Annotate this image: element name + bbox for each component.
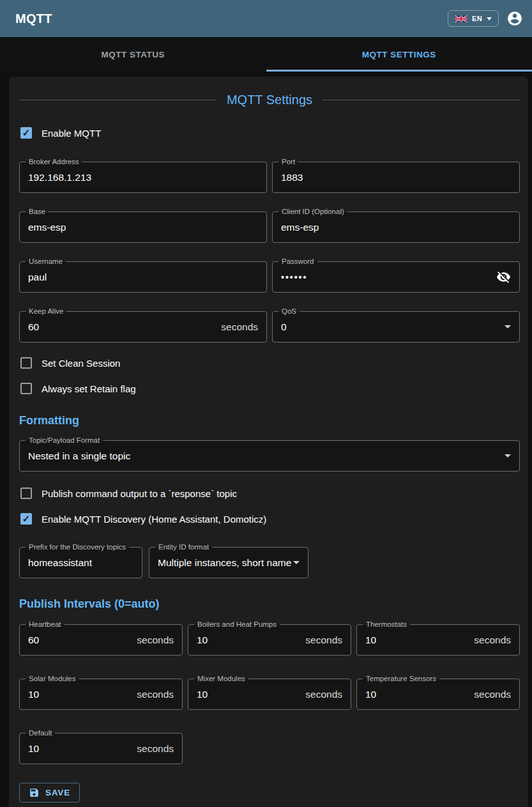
field-label: Base [26, 207, 49, 217]
field-value: 1883 [281, 172, 303, 183]
field-value: 10 [197, 634, 208, 646]
field-row: Keep Alive 60 seconds QoS 0 [19, 311, 520, 342]
entity-id-format-select[interactable]: Entity ID format Multiple instances, sho… [149, 547, 308, 578]
checkbox-enable-mqtt[interactable]: Enable MQTT [19, 125, 101, 141]
checkbox-label: Enable MQTT [42, 128, 101, 139]
uk-flag-icon [455, 15, 467, 22]
password-field[interactable]: Password •••••• [272, 261, 520, 293]
field-label: Solar Modules [26, 674, 79, 684]
field-suffix: seconds [137, 689, 174, 700]
field-value: ems-esp [28, 222, 66, 233]
thermostats-interval-field[interactable]: Thermostats 10 seconds [356, 624, 520, 656]
caret-down-icon [293, 561, 300, 564]
field-label: QoS [278, 307, 300, 316]
caret-down-icon [505, 454, 511, 457]
username-field[interactable]: Username paul [19, 261, 267, 293]
default-interval-field[interactable]: Default 10 seconds [19, 733, 183, 764]
field-value: ems-esp [281, 222, 319, 233]
interval-row: Solar Modules 10 seconds Mixer Modules 1… [19, 679, 520, 710]
divider [323, 100, 520, 100]
field-label: Boilers and Heat Pumps [194, 620, 280, 629]
checkbox-label: Enable MQTT Discovery (Home Assistant, D… [42, 514, 266, 525]
checkbox-label: Set Clean Session [42, 358, 120, 369]
heartbeat-interval-field[interactable]: Heartbeat 60 seconds [19, 624, 183, 656]
field-label: Client ID (Optional) [278, 207, 347, 217]
select-value: 0 [281, 321, 287, 333]
discovery-prefix-field[interactable]: Prefix for the Discovery topics homeassi… [19, 547, 142, 578]
checkbox-mqtt-discovery[interactable]: Enable MQTT Discovery (Home Assistant, D… [19, 511, 266, 526]
checkbox-clean-session[interactable]: Set Clean Session [19, 355, 120, 371]
field-label: Port [278, 157, 298, 167]
temperature-sensors-interval-field[interactable]: Temperature Sensors 10 seconds [356, 679, 520, 710]
tab-mqtt-status[interactable]: MQTT STATUS [0, 37, 266, 72]
tab-mqtt-settings[interactable]: MQTT SETTINGS [266, 37, 532, 72]
chevron-down-icon [487, 17, 492, 20]
checkbox-icon[interactable] [20, 383, 32, 394]
field-row: Base ems-esp Client ID (Optional) ems-es… [19, 211, 520, 243]
checkbox-icon[interactable] [20, 488, 32, 499]
field-row: Prefix for the Discovery topics homeassi… [19, 547, 520, 578]
field-label: Password [278, 257, 317, 266]
field-label: Prefix for the Discovery topics [26, 542, 129, 552]
password-masked-value: •••••• [281, 272, 307, 282]
field-value: paul [28, 272, 47, 283]
field-suffix: seconds [474, 689, 511, 700]
field-suffix: seconds [221, 321, 258, 333]
mixer-interval-field[interactable]: Mixer Modules 10 seconds [188, 679, 351, 710]
solar-interval-field[interactable]: Solar Modules 10 seconds [19, 679, 183, 710]
field-row: Broker Address 192.168.1.213 Port 1883 [19, 162, 520, 193]
select-value: Multiple instances, short name [158, 557, 291, 569]
language-selector[interactable]: EN [448, 10, 499, 27]
field-label: Keep Alive [26, 307, 66, 316]
caret-down-icon [505, 325, 511, 328]
field-label: Heartbeat [26, 620, 65, 629]
field-suffix: seconds [305, 634, 342, 646]
port-field[interactable]: Port 1883 [272, 162, 520, 193]
checkbox-icon[interactable] [20, 127, 32, 139]
interval-row: Default 10 seconds [19, 733, 520, 764]
section-heading-publish-intervals: Publish Intervals (0=auto) [19, 597, 520, 611]
checkbox-label: Publish command output to a `response` t… [42, 488, 237, 499]
field-value: 10 [197, 689, 208, 700]
section-heading-formatting: Formatting [19, 414, 520, 427]
base-field[interactable]: Base ems-esp [19, 211, 267, 243]
tab-bar: MQTT STATUS MQTT SETTINGS [0, 37, 532, 72]
topic-payload-format-select[interactable]: Topic/Payload Format Nested in a single … [19, 440, 520, 472]
field-value: 10 [28, 743, 39, 755]
field-label: Default [26, 728, 55, 738]
interval-row: Heartbeat 60 seconds Boilers and Heat Pu… [19, 624, 520, 656]
field-value: 192.168.1.213 [28, 172, 91, 183]
field-suffix: seconds [137, 743, 174, 755]
save-button[interactable]: SAVE [19, 783, 80, 803]
app-title: MQTT [15, 12, 52, 26]
visibility-off-icon[interactable] [496, 270, 511, 284]
page-title: MQTT Settings [227, 93, 312, 107]
checkbox-icon[interactable] [20, 357, 32, 369]
checkbox-icon[interactable] [20, 513, 32, 525]
account-circle-icon [506, 10, 523, 27]
account-button[interactable] [506, 10, 523, 27]
field-value: 10 [28, 689, 39, 700]
divider [19, 100, 217, 100]
field-suffix: seconds [305, 689, 342, 700]
field-label: Thermostats [363, 620, 410, 629]
field-value: 10 [365, 634, 376, 646]
field-row: Username paul Password •••••• [19, 261, 520, 293]
field-label: Temperature Sensors [363, 674, 439, 684]
settings-card: MQTT Settings Enable MQTT Broker Address… [9, 77, 528, 807]
client-id-field[interactable]: Client ID (Optional) ems-esp [272, 211, 520, 243]
field-suffix: seconds [474, 634, 511, 646]
app-bar: MQTT EN [0, 0, 532, 37]
checkbox-label: Always set Retain flag [42, 383, 136, 394]
field-label: Username [26, 257, 66, 266]
field-label: Entity ID format [155, 542, 212, 552]
field-value: 10 [365, 689, 376, 700]
broker-address-field[interactable]: Broker Address 192.168.1.213 [19, 162, 267, 193]
keep-alive-field[interactable]: Keep Alive 60 seconds [19, 311, 267, 342]
checkbox-response-topic[interactable]: Publish command output to a `response` t… [19, 486, 237, 501]
app-bar-actions: EN [448, 10, 523, 27]
checkbox-retain-flag[interactable]: Always set Retain flag [19, 381, 136, 396]
field-value: 60 [28, 634, 39, 646]
qos-select[interactable]: QoS 0 [272, 311, 520, 342]
boilers-interval-field[interactable]: Boilers and Heat Pumps 10 seconds [188, 624, 351, 656]
